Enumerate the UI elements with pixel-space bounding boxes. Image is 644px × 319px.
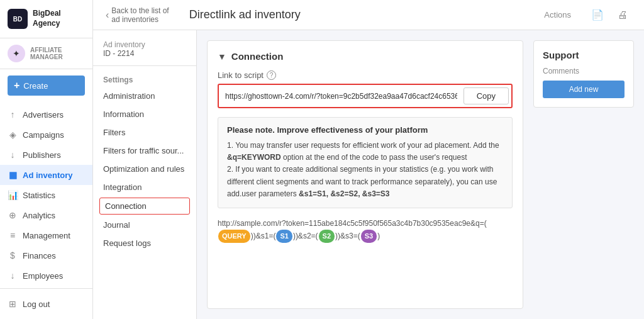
sidebar-item-campaigns[interactable]: ◈ Campaigns — [0, 125, 92, 145]
sidebar-item-employees[interactable]: ↓ Employees — [0, 266, 92, 286]
link-to-script-label: Link to script ? — [218, 70, 513, 80]
logo-icon: BD — [8, 9, 28, 29]
link-input[interactable] — [221, 89, 461, 103]
sidebar-item-ad-inventory[interactable]: ▦ Ad inventory — [0, 165, 92, 185]
actions-label: Actions — [544, 10, 571, 20]
sidebar-item-logout[interactable]: ⊞ Log out — [8, 295, 85, 313]
main-card: ▼ Connection Link to script ? Copy Pleas… — [207, 40, 523, 309]
affiliate-section: ✦ AFFILIATE MANAGER — [0, 38, 92, 69]
tag-query: QUERY — [218, 230, 250, 243]
left-panel: Ad inventory ID - 2214 Settings Administ… — [93, 30, 197, 319]
analytics-icon: ⊕ — [8, 210, 18, 220]
analytics-label: Analytics — [23, 211, 55, 220]
sidebar-item-finances[interactable]: $ Finances — [0, 245, 92, 266]
sidebar-item-analytics[interactable]: ⊕ Analytics — [0, 205, 92, 225]
copy-button[interactable]: Copy — [464, 87, 509, 104]
info-icon[interactable]: ? — [267, 70, 276, 80]
sidebar: BD BigDealAgency ✦ AFFILIATE MANAGER + C… — [0, 0, 93, 319]
employees-icon: ↓ — [8, 271, 18, 281]
logo: BD BigDealAgency — [0, 0, 92, 38]
print-icon[interactable]: 🖨 — [614, 6, 631, 24]
page-title: Directlink ad inventory — [189, 8, 537, 21]
finances-icon: $ — [8, 250, 18, 260]
campaigns-label: Campaigns — [23, 130, 64, 140]
create-button[interactable]: + Create — [8, 76, 85, 96]
support-title: Support — [543, 50, 625, 60]
document-icon[interactable]: 📄 — [589, 6, 606, 24]
sidebar-item-statistics[interactable]: 📊 Statistics — [0, 185, 92, 205]
affiliate-label: AFFILIATE MANAGER — [30, 47, 85, 60]
publishers-icon: ↓ — [8, 150, 18, 160]
left-panel-filters[interactable]: Filters — [93, 123, 196, 142]
sample-url: http://sample.com/r?token=115abe184c5c5f… — [218, 217, 513, 243]
left-panel-integration[interactable]: Integration — [93, 178, 196, 196]
employees-label: Employees — [23, 271, 63, 281]
management-label: Management — [23, 231, 70, 240]
left-panel-request-logs[interactable]: Request logs — [93, 234, 196, 252]
topbar: ‹ Back to the list ofad inventories Dire… — [93, 0, 644, 30]
ad-inventory-info-label: Ad inventory — [103, 40, 186, 49]
main-layout: Ad inventory ID - 2214 Settings Administ… — [93, 30, 644, 319]
ad-inventory-id: ID - 2214 — [103, 49, 186, 58]
ad-inventory-icon: ▦ — [8, 170, 18, 180]
sidebar-item-advertisers[interactable]: ↑ Advertisers — [0, 104, 92, 125]
add-new-button[interactable]: Add new — [543, 81, 625, 98]
left-panel-settings: Settings — [93, 71, 196, 87]
collapse-icon[interactable]: ▼ — [218, 52, 226, 62]
advertisers-icon: ↑ — [8, 109, 18, 120]
finances-label: Finances — [23, 251, 56, 260]
section-title: Connection — [231, 51, 284, 62]
sidebar-item-management[interactable]: ≡ Management — [0, 225, 92, 245]
logo-text: BigDealAgency — [33, 9, 61, 28]
left-panel-filters-traffic[interactable]: Filters for traffic sour... — [93, 142, 196, 160]
note-title: Please note. Improve effectiveness of yo… — [227, 125, 503, 135]
statistics-icon: 📊 — [8, 190, 18, 200]
back-link[interactable]: ‹ Back to the list ofad inventories — [106, 6, 169, 24]
statistics-label: Statistics — [23, 191, 55, 200]
plus-icon: + — [14, 80, 19, 91]
sidebar-footer: ⊞ Log out — [0, 288, 92, 319]
left-panel-connection[interactable]: Connection — [99, 198, 190, 215]
topbar-icons: 📄 🖨 — [589, 6, 631, 24]
ad-inventory-info: Ad inventory ID - 2214 — [93, 38, 196, 66]
right-content: ▼ Connection Link to script ? Copy Pleas… — [197, 30, 644, 319]
ad-inventory-label: Ad inventory — [23, 171, 72, 180]
note-text: 1. You may transfer user requests for ef… — [227, 140, 503, 200]
comments-label: Comments — [543, 67, 625, 76]
section-header: ▼ Connection — [218, 51, 513, 62]
support-card: Support Comments Add new — [533, 40, 634, 108]
tag-s1: S1 — [276, 230, 292, 243]
left-panel-administration[interactable]: Administration — [93, 87, 196, 105]
sidebar-nav: ↑ Advertisers ◈ Campaigns ↓ Publishers ▦… — [0, 102, 92, 288]
campaigns-icon: ◈ — [8, 130, 18, 140]
tag-s3: S3 — [361, 230, 377, 243]
content-area: ‹ Back to the list ofad inventories Dire… — [93, 0, 644, 319]
back-arrow-icon: ‹ — [106, 9, 109, 21]
left-panel-journal[interactable]: Journal — [93, 216, 196, 234]
create-label: Create — [23, 81, 48, 91]
sidebar-item-publishers[interactable]: ↓ Publishers — [0, 145, 92, 165]
tag-s2: S2 — [319, 230, 335, 243]
affiliate-icon: ✦ — [8, 45, 25, 62]
management-icon: ≡ — [8, 230, 18, 240]
link-box: Copy — [218, 84, 513, 108]
logout-icon: ⊞ — [8, 299, 18, 309]
note-box: Please note. Improve effectiveness of yo… — [218, 117, 513, 208]
left-panel-optimization[interactable]: Optimization and rules — [93, 160, 196, 178]
publishers-label: Publishers — [23, 150, 61, 160]
back-text: Back to the list ofad inventories — [111, 6, 169, 24]
advertisers-label: Advertisers — [23, 110, 64, 120]
logout-label: Log out — [23, 299, 50, 309]
left-panel-information[interactable]: Information — [93, 105, 196, 123]
